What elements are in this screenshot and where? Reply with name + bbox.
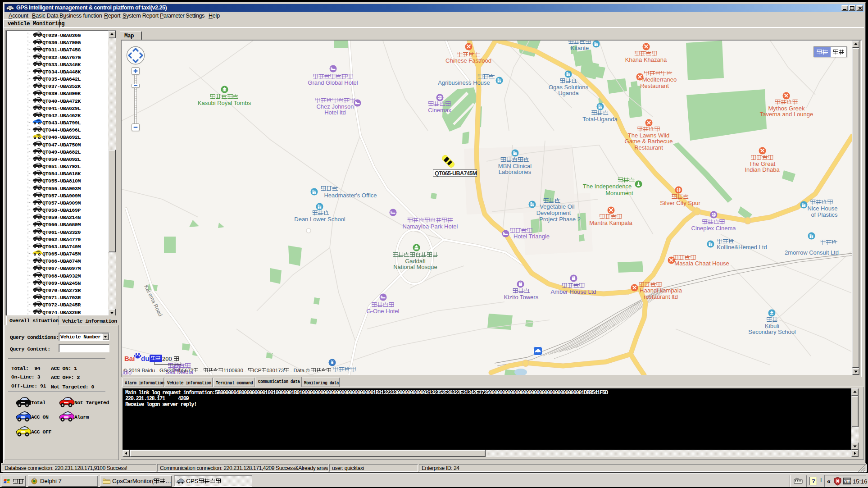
svg-text:QT072-UBA245R: QT072-UBA245R: [42, 302, 81, 308]
svg-text:QT032-UBA767G: QT032-UBA767G: [42, 55, 81, 60]
svg-text:QT057-UBA909M: QT057-UBA909M: [42, 200, 81, 206]
svg-text:QT070-UBA273R: QT070-UBA273R: [42, 287, 81, 293]
svg-text:QT051-UBA792L: QT051-UBA792L: [42, 164, 81, 169]
svg-text:QT066-UBA874M: QT066-UBA874M: [42, 258, 81, 264]
svg-text:QT034-UBA448K: QT034-UBA448K: [42, 69, 81, 75]
svg-text:QT061-UBA3320: QT061-UBA3320: [42, 229, 81, 235]
svg-text:QT035-UBA642L: QT035-UBA642L: [42, 76, 81, 82]
svg-text:QT068-UBA932M: QT068-UBA932M: [42, 273, 81, 279]
svg-text:QT059-UBA214N: QT059-UBA214N: [42, 214, 81, 220]
svg-text:QT033-UBA348K: QT033-UBA348K: [42, 62, 81, 68]
svg-text:QT040-UBA472K: QT040-UBA472K: [42, 98, 81, 104]
svg-text:QT042-UBA462K: QT042-UBA462K: [42, 113, 81, 119]
svg-text:QT044-UBA696L: QT044-UBA696L: [42, 127, 81, 133]
svg-text:¥: ¥: [331, 360, 334, 365]
svg-text:QT067-UBA697M: QT067-UBA697M: [42, 265, 81, 271]
svg-text:QT063-UBA749M: QT063-UBA749M: [42, 244, 81, 250]
svg-text:QT029-UBA836G: QT029-UBA836G: [42, 32, 81, 38]
svg-text:QT046-UBA692L: QT046-UBA692L: [42, 134, 81, 140]
svg-text:QT056-UBA903M: QT056-UBA903M: [42, 186, 81, 192]
svg-text:QT054-UBA618K: QT054-UBA618K: [42, 171, 81, 177]
svg-text:QT057-UBA909M: QT057-UBA909M: [42, 193, 81, 199]
svg-text:QT031-UBA745G: QT031-UBA745G: [42, 47, 81, 53]
svg-text:QT074-UBA328R: QT074-UBA328R: [42, 310, 81, 315]
svg-text:QT069-UBA245N: QT069-UBA245N: [42, 280, 81, 286]
svg-text:QT030-UBA799G: QT030-UBA799G: [42, 40, 81, 46]
svg-text:QT037-UBA352K: QT037-UBA352K: [42, 83, 81, 89]
svg-text:QT055-UBA810M: QT055-UBA810M: [42, 178, 81, 184]
svg-text:QT062-UBA4770: QT062-UBA4770: [42, 237, 81, 242]
svg-text:QT071-UBA703R: QT071-UBA703R: [42, 295, 81, 301]
svg-text:QT065-UBA745M: QT065-UBA745M: [42, 251, 81, 257]
svg-text:QT047-UBA750M: QT047-UBA750M: [42, 142, 81, 148]
svg-text:QT050-UBA892L: QT050-UBA892L: [42, 156, 81, 162]
svg-text:QT041-UBA629L: QT041-UBA629L: [42, 105, 81, 111]
svg-text:QT058-UBA169P: QT058-UBA169P: [42, 207, 81, 213]
svg-text:QT039-UBA890K: QT039-UBA890K: [42, 91, 81, 96]
svg-text:QT060-UBA689M: QT060-UBA689M: [42, 222, 81, 228]
svg-text:QT049-UBA682L: QT049-UBA682L: [42, 149, 81, 155]
svg-text:QT043-UBA799L: QT043-UBA799L: [42, 120, 81, 126]
